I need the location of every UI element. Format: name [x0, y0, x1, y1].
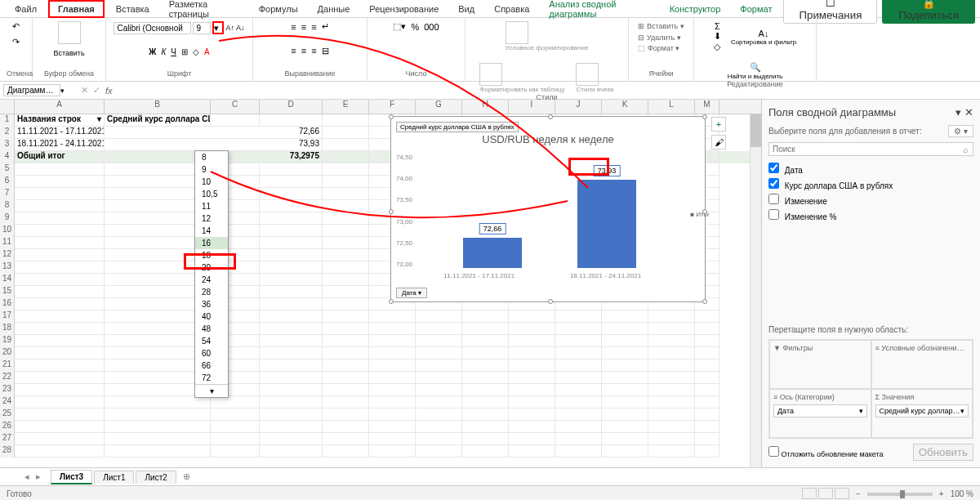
font-size-option-66[interactable]: 66: [195, 359, 228, 372]
tab-design[interactable]: Конструктор: [662, 2, 729, 16]
fill-color-icon[interactable]: ◇: [193, 47, 199, 56]
name-box-input[interactable]: [3, 84, 60, 96]
font-size-option-60[interactable]: 60: [195, 347, 228, 359]
align-center-icon[interactable]: ≡: [301, 46, 306, 56]
font-size-option-16[interactable]: 16: [195, 237, 228, 249]
col-E[interactable]: E: [323, 100, 369, 114]
field-item-3[interactable]: Изменение %: [768, 208, 973, 223]
sheet-nav-next-icon[interactable]: ▸: [36, 471, 41, 482]
tab-insert[interactable]: Вставка: [108, 2, 158, 16]
zoom-level[interactable]: 100 %: [951, 489, 973, 498]
align-middle-icon[interactable]: ≡: [301, 22, 306, 32]
font-size-option-40[interactable]: 40: [195, 310, 228, 323]
font-size-option-28[interactable]: 28: [195, 286, 228, 298]
col-G[interactable]: G: [416, 100, 462, 114]
font-name-select[interactable]: [114, 22, 191, 34]
font-size-option-54[interactable]: 54: [195, 335, 228, 347]
cells-insert[interactable]: ⊞ Вставить ▾: [638, 21, 684, 33]
pivot-chart[interactable]: Средний курс доллара США в рублях USD/RU…: [390, 116, 706, 302]
sheet-tab-1[interactable]: Лист1: [94, 471, 134, 484]
col-I[interactable]: I: [509, 100, 555, 114]
chart-legend[interactable]: ■ Итог: [690, 211, 710, 218]
percent-icon[interactable]: %: [411, 22, 419, 32]
gear-icon[interactable]: ⚙ ▾: [948, 125, 973, 137]
update-button[interactable]: Обновить: [913, 444, 973, 461]
col-B[interactable]: B: [105, 100, 211, 114]
sheet-tab-2[interactable]: Лист2: [136, 471, 176, 484]
col-F[interactable]: F: [369, 100, 416, 114]
underline-icon[interactable]: Ч: [171, 47, 176, 56]
paste-icon[interactable]: [58, 21, 81, 44]
align-left-icon[interactable]: ≡: [291, 46, 296, 56]
font-size-dropdown[interactable]: 891010,5111214161820242836404854606672▾: [194, 150, 229, 398]
cell-styles-icon[interactable]: [576, 63, 599, 86]
drop-filters[interactable]: ▼ Фильтры: [769, 340, 871, 389]
decrease-font-icon[interactable]: A↓: [236, 24, 245, 32]
drop-values[interactable]: Σ Значения Средний курс доллар…▾: [871, 389, 973, 438]
align-top-icon[interactable]: ≡: [291, 22, 296, 32]
sheet-tab-3[interactable]: Лист3: [51, 470, 92, 484]
col-D[interactable]: D: [260, 100, 323, 114]
zoom-slider[interactable]: [867, 493, 933, 496]
tab-format[interactable]: Формат: [732, 2, 780, 16]
field-item-1[interactable]: Курс доллара США в рублях: [768, 176, 973, 192]
comma-icon[interactable]: 000: [424, 22, 439, 32]
sort-filter-icon[interactable]: A↓: [731, 29, 796, 38]
chart-bar-1[interactable]: 72,66: [463, 238, 522, 268]
values-field[interactable]: Средний курс доллар…▾: [875, 404, 969, 417]
font-size-option-36[interactable]: 36: [195, 298, 228, 310]
undo-icon[interactable]: ↶: [12, 21, 20, 32]
chart-brush-icon[interactable]: 🖌: [711, 135, 726, 150]
font-size-option-24[interactable]: 24: [195, 274, 228, 286]
field-item-0[interactable]: Дата: [768, 161, 973, 176]
fields-pane-dropdown-icon[interactable]: ▾: [956, 106, 961, 118]
data-label-1[interactable]: 72,66: [479, 223, 506, 234]
tab-formulas[interactable]: Формулы: [251, 2, 306, 16]
drop-axis[interactable]: ≡ Ось (Категории) Дата▾: [769, 389, 871, 438]
tab-data[interactable]: Данные: [310, 2, 359, 16]
font-size-option-48[interactable]: 48: [195, 323, 228, 335]
font-size-option-11[interactable]: 11: [195, 200, 228, 212]
zoom-out-icon[interactable]: −: [856, 489, 861, 498]
worksheet[interactable]: A B C D E F G H I J K L M 1Названия стро…: [0, 100, 761, 467]
align-right-icon[interactable]: ≡: [311, 46, 316, 56]
new-sheet-icon[interactable]: ⊕: [183, 471, 190, 482]
tab-view[interactable]: Вид: [450, 2, 483, 16]
enter-icon[interactable]: ✓: [93, 85, 100, 96]
tab-home[interactable]: Главная: [48, 0, 105, 18]
tab-help[interactable]: Справка: [486, 2, 537, 16]
font-size-option-14[interactable]: 14: [195, 225, 228, 237]
font-size-option-12[interactable]: 12: [195, 212, 228, 225]
cells-delete[interactable]: ⊟ Удалить ▾: [638, 33, 684, 44]
conditional-formatting-icon[interactable]: [506, 21, 528, 44]
chart-axis-field-button[interactable]: Дата ▾: [396, 288, 427, 298]
font-size-option-8[interactable]: 8: [195, 151, 228, 163]
fields-search-input[interactable]: [768, 142, 973, 156]
fx-icon[interactable]: fx: [105, 86, 113, 96]
col-K[interactable]: K: [602, 100, 648, 114]
defer-update-checkbox[interactable]: Отложить обновление макета: [768, 446, 884, 458]
share-button[interactable]: 🔒 Поделиться: [882, 0, 975, 24]
font-size-option-9[interactable]: 9: [195, 163, 228, 176]
chart-bar-2[interactable]: 73,93: [577, 180, 636, 268]
axis-field-date[interactable]: Дата▾: [773, 404, 867, 417]
sheet-nav-prev-icon[interactable]: ◂: [24, 471, 29, 482]
redo-icon[interactable]: ↷: [12, 37, 20, 47]
autosum-icon[interactable]: Σ: [714, 21, 721, 31]
tab-file[interactable]: Файл: [7, 2, 45, 16]
cells-format[interactable]: ⬚ Формат ▾: [638, 43, 684, 55]
col-C[interactable]: C: [211, 100, 260, 114]
col-L[interactable]: L: [648, 100, 695, 114]
drop-legend[interactable]: ≡ Условные обозначени…: [871, 340, 973, 389]
font-size-select[interactable]: [193, 22, 211, 34]
font-size-option-10,5[interactable]: 10,5: [195, 188, 228, 200]
border-icon[interactable]: ⊞: [181, 47, 188, 56]
italic-icon[interactable]: К: [161, 47, 166, 56]
clear-icon[interactable]: ◇: [714, 42, 721, 52]
col-M[interactable]: M: [695, 100, 719, 114]
bold-icon[interactable]: Ж: [149, 47, 156, 56]
merge-icon[interactable]: ⊟: [322, 46, 329, 56]
vertical-scrollbar[interactable]: [750, 114, 761, 467]
find-select-icon[interactable]: 🔍: [728, 62, 783, 73]
format-as-table-icon[interactable]: [479, 63, 502, 86]
